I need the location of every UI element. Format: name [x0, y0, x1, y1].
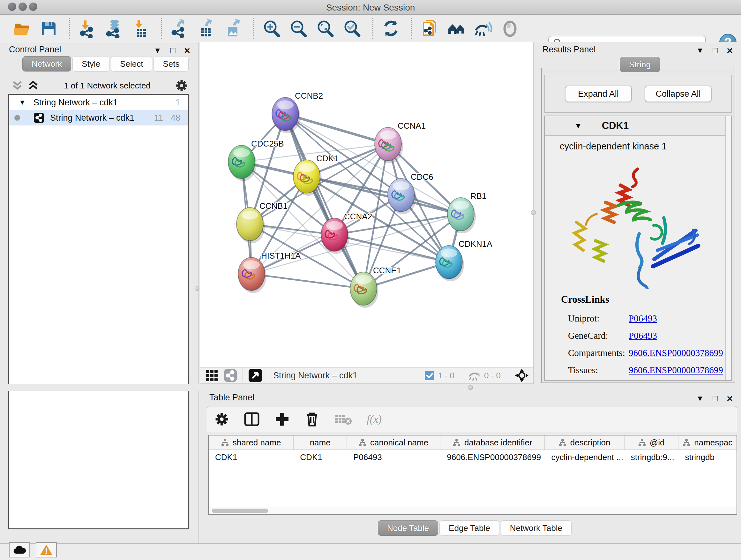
left-splitter-handle[interactable] — [195, 286, 199, 291]
network-row[interactable]: String Network – cdk1 11 48 — [9, 110, 188, 125]
cloud-button[interactable] — [9, 542, 30, 557]
column-header-label: @id — [650, 438, 665, 448]
export-table-icon[interactable] — [197, 19, 216, 38]
results-panel-title: Results Panel — [542, 45, 596, 55]
fit-selected-crosshair-icon[interactable] — [515, 368, 529, 383]
network-canvas[interactable]: CCNB2CCNA1CDC25BCDK1CDC6RB1CCNB1CCNA2CDK… — [200, 42, 534, 367]
table-tabs: Node TableEdge TableNetwork Table — [378, 520, 573, 536]
panel-float-icon[interactable]: □ — [171, 45, 176, 55]
share-view-icon[interactable] — [223, 368, 238, 382]
export-network-icon[interactable] — [171, 19, 189, 38]
table-cell[interactable]: P06493 — [347, 450, 441, 464]
import-table-icon[interactable] — [132, 19, 150, 38]
collapse-all-button[interactable]: Collapse All — [645, 85, 712, 102]
add-column-icon[interactable] — [274, 411, 290, 427]
tree-expand-icon[interactable]: ▼ — [19, 98, 26, 107]
table-cell[interactable]: cyclin-dependent ... — [545, 450, 624, 464]
table-cell[interactable]: CDK1 — [209, 450, 293, 464]
expand-all-icon[interactable] — [27, 80, 40, 91]
table-cell[interactable]: CDK1 — [293, 450, 347, 464]
import-network-database-icon[interactable] — [105, 19, 124, 38]
results-scrollbar[interactable] — [725, 116, 731, 380]
panel-menu-icon[interactable]: ▼ — [154, 46, 161, 55]
collapse-all-icon[interactable] — [11, 80, 23, 91]
tab-style[interactable]: Style — [72, 56, 110, 71]
network-node-CDC6[interactable]: CDC6 — [388, 172, 433, 214]
panel-close-icon[interactable]: × — [727, 47, 733, 54]
panel-close-icon[interactable]: × — [727, 395, 733, 401]
network-edge[interactable] — [252, 274, 363, 289]
houses-icon[interactable] — [447, 19, 466, 38]
birdseye-icon[interactable] — [248, 368, 263, 383]
network-edge[interactable] — [285, 114, 388, 144]
crosslink-link[interactable]: 9606.ENSP00000378699 — [629, 348, 723, 358]
table-settings-gear-icon[interactable] — [214, 412, 229, 427]
panel-menu-icon[interactable]: ▼ — [696, 394, 704, 403]
table-cell[interactable]: stringdb:9... — [624, 450, 679, 464]
hidden-eye-icon[interactable] — [468, 370, 481, 381]
column-header-shared-name[interactable]: shared name — [209, 435, 293, 449]
network-collection-count: 1 — [176, 98, 180, 108]
crosslink-row: Uniprot:P06493 — [568, 310, 723, 327]
network-edge[interactable] — [285, 114, 363, 289]
tab-network-table[interactable]: Network Table — [501, 520, 571, 536]
table-cell[interactable]: stringdb — [678, 450, 737, 464]
table-row[interactable]: CDK1CDK1P064939606.ENSP00000378699cyclin… — [209, 450, 737, 464]
panel-close-icon[interactable]: × — [184, 47, 190, 54]
tab-edge-table[interactable]: Edge Table — [440, 520, 499, 536]
hide-glass-eye-icon[interactable] — [474, 19, 492, 38]
zoom-out-icon[interactable] — [289, 19, 308, 38]
column-header--id[interactable]: @id — [624, 435, 679, 449]
grid-view-icon[interactable] — [205, 368, 219, 382]
delete-column-icon[interactable] — [304, 411, 320, 427]
collapse-section-icon[interactable]: ▼ — [575, 121, 582, 130]
horizontal-splitter[interactable] — [0, 384, 741, 391]
network-collection-row[interactable]: ▼ String Network – cdk1 1 — [9, 95, 188, 110]
bottom-splitter-handle[interactable] — [468, 385, 473, 390]
column-header-namespac[interactable]: namespac — [678, 435, 737, 449]
zoom-selected-icon[interactable] — [343, 19, 361, 38]
import-network-file-icon[interactable] — [78, 19, 97, 38]
gear-icon[interactable] — [175, 79, 188, 92]
network-node-CDKN1A[interactable]: CDKN1A — [435, 239, 492, 281]
crosslink-link[interactable]: P06493 — [629, 313, 657, 324]
tab-sets[interactable]: Sets — [153, 56, 189, 71]
panel-float-icon[interactable]: □ — [713, 393, 718, 403]
gene-name: CDK1 — [602, 120, 629, 132]
column-header-description[interactable]: description — [545, 435, 624, 449]
right-splitter-handle[interactable] — [531, 210, 536, 215]
zoom-in-icon[interactable] — [263, 19, 281, 38]
show-columns-icon[interactable] — [244, 411, 260, 428]
refresh-icon[interactable] — [382, 19, 400, 38]
scrollbar-thumb[interactable] — [212, 509, 268, 513]
table-cell[interactable]: 9606.ENSP00000378699 — [441, 450, 545, 464]
tab-select[interactable]: Select — [111, 56, 152, 71]
table-panel: Table Panel ▼ □ × — [200, 391, 741, 543]
network-node-CCNB2[interactable]: CCNB2 — [272, 91, 323, 133]
column-header-name[interactable]: name — [293, 435, 347, 449]
tab-network[interactable]: Network — [22, 56, 71, 71]
expand-all-button[interactable]: Expand All — [565, 85, 632, 102]
crosslink-link[interactable]: 9606.ENSP00000378699 — [629, 365, 723, 375]
string-import-icon[interactable] — [420, 19, 439, 38]
tab-string[interactable]: String — [620, 57, 660, 72]
network-node-HIST1H1A[interactable]: HIST1H1A — [238, 251, 301, 293]
show-glass-eye-icon[interactable] — [501, 19, 519, 38]
panel-menu-icon[interactable]: ▼ — [696, 46, 704, 55]
network-node-RB1[interactable]: RB1 — [448, 191, 487, 233]
panel-float-icon[interactable]: □ — [713, 45, 718, 55]
save-session-icon[interactable] — [40, 19, 58, 38]
network-node-CCNE1[interactable]: CCNE1 — [350, 266, 401, 308]
network-node-CDC25B[interactable]: CDC25B — [228, 139, 284, 181]
warnings-button[interactable] — [36, 542, 57, 557]
table-horizontal-scrollbar[interactable] — [209, 507, 737, 514]
toolbar-separator — [161, 18, 162, 39]
export-image-icon[interactable] — [224, 19, 243, 38]
tab-node-table[interactable]: Node Table — [378, 520, 438, 536]
column-header-database-identifier[interactable]: database identifier — [441, 435, 545, 449]
zoom-fit-icon[interactable] — [316, 19, 335, 38]
selected-checkbox-icon[interactable] — [424, 370, 434, 381]
column-header-canonical-name[interactable]: canonical name — [347, 435, 441, 449]
crosslink-link[interactable]: P06493 — [629, 330, 657, 341]
open-session-icon[interactable] — [13, 19, 31, 38]
